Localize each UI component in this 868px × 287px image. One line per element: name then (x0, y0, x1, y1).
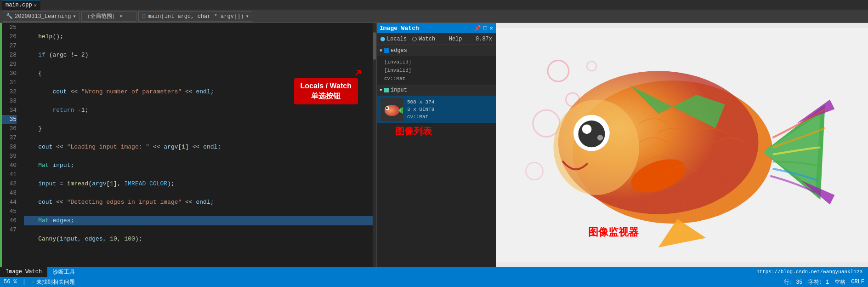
svg-point-24 (582, 124, 592, 134)
invalid-line1: [invalid] (384, 58, 492, 66)
tab-locals[interactable]: Locals (380, 36, 407, 42)
help-button[interactable]: Help (449, 36, 462, 42)
iw-title: Image Watch (380, 25, 419, 32)
code-content[interactable]: help(); if (argc != 2) { cout << "Wrong … (20, 23, 376, 267)
table-row: Mat input; (24, 161, 376, 170)
toolbar: 🔧 20200313_Learning ▾ （全局范围） ▾ ⬡ main(in… (0, 10, 868, 23)
position-label: 行: 35 (784, 278, 803, 286)
gutter-bar (0, 23, 2, 267)
chevron-down-icon: ▾ (119, 13, 123, 20)
function-name: main(int argc, char * argv[]) (148, 13, 244, 20)
error-text: 未找到相关问题 (36, 278, 75, 286)
group-input-header[interactable]: ▼ input (377, 85, 496, 96)
table-row: return -1; (24, 106, 376, 115)
chevron-down-icon: ▾ (73, 13, 76, 20)
table-row: cout << "Loading input image: " << argv[… (24, 143, 376, 152)
indent-label: 空格 (834, 278, 845, 286)
input-image-info: 508 x 374 3 x UINT8 cv::Mat (407, 98, 492, 121)
scope-selector[interactable]: （全局范围） ▾ (81, 11, 136, 22)
main-layout: 25 26 27 28 29 30 31 32 33 34 35 36 37 3… (0, 23, 868, 267)
annotation-image-list: 图像列表 (395, 125, 432, 138)
input-image-item[interactable]: 508 x 374 3 x UINT8 cv::Mat (377, 96, 496, 123)
fish-svg (496, 23, 868, 267)
tab-main-cpp[interactable]: main.cpp ✕ (2, 0, 40, 10)
iw-icons: 📌 □ ✕ (474, 25, 493, 32)
function-icon: ⬡ (142, 13, 146, 20)
table-row: cout << "Detecting edges in input image"… (24, 198, 376, 207)
zoom-label: 56 % (4, 279, 17, 285)
input-size: 508 x 374 (407, 98, 492, 106)
project-icon: 🔧 (6, 13, 13, 20)
zoom-level: 0.87x (476, 36, 492, 42)
status-left: 56 % | ✓ 未找到相关问题 (4, 278, 75, 286)
color-dot-edges (384, 48, 389, 53)
status-error: ✓ 未找到相关问题 (31, 278, 75, 286)
locals-label: Locals (387, 36, 407, 42)
expand-icon: ▼ (380, 48, 382, 53)
char-label: 字符: 1 (808, 278, 829, 286)
close-icon[interactable]: ✕ (490, 25, 493, 32)
annotation-area: 图像列表 (377, 123, 496, 142)
watch-label: Watch (419, 36, 435, 42)
table-row (24, 253, 376, 262)
function-selector[interactable]: ⬡ main(int argc, char * argv[]) ▾ (138, 11, 252, 22)
line-numbers: 25 26 27 28 29 30 31 32 33 34 35 36 37 3… (2, 23, 20, 267)
project-selector[interactable]: 🔧 20200313_Learning ▾ (3, 11, 79, 22)
input-type: cv::Mat (407, 113, 492, 121)
maximize-icon[interactable]: □ (484, 25, 487, 32)
tab-watch[interactable]: Watch (412, 36, 435, 42)
input-channels: 3 x UINT8 (407, 106, 492, 113)
close-icon[interactable]: ✕ (34, 2, 37, 8)
table-row: cout << "Wrong number of parameters" << … (24, 87, 376, 97)
scrollbar-thumb[interactable] (373, 32, 376, 60)
group-input: ▼ input (377, 85, 496, 123)
iw-image-list: ▼ edges [invalid] [invalid] cv::Mat ▼ in… (377, 45, 496, 267)
invalid-line3: cv::Mat (384, 75, 492, 83)
table-row: help(); (24, 32, 376, 41)
tab-bar: main.cpp ✕ (0, 0, 868, 10)
tab-label: main.cpp (6, 2, 32, 8)
svg-point-23 (578, 121, 605, 147)
input-thumbnail (380, 98, 403, 121)
group-edges: ▼ edges [invalid] [invalid] cv::Mat (377, 45, 496, 85)
url-label: https://blog.csdn.net/wangyuankl123 (751, 269, 868, 275)
group-edges-header[interactable]: ▼ edges (377, 45, 496, 56)
table-row: if (argc != 2) (24, 51, 376, 60)
iw-tabs-row: Locals Watch Help 0.87x (377, 33, 496, 45)
pin-icon[interactable]: 📌 (474, 25, 481, 32)
chevron-down-icon: ▾ (246, 13, 249, 20)
svg-point-25 (597, 135, 603, 140)
bottom-tab-imagewatch[interactable]: Image Watch (0, 267, 47, 277)
table-row: { (24, 69, 376, 78)
watch-radio[interactable] (412, 37, 417, 41)
status-right: 行: 35 字符: 1 空格 CRLF (784, 278, 864, 286)
table-row: input = imread(argv[1], IMREAD_COLOR); (24, 179, 376, 189)
iw-titlebar: Image Watch 📌 □ ✕ (377, 23, 496, 33)
locals-radio[interactable] (380, 37, 385, 41)
divider: | (23, 279, 26, 285)
scope-name: （全局范围） (85, 12, 118, 20)
editor-scrollbar[interactable] (373, 23, 376, 267)
bottom-tab-diagnostic[interactable]: 诊断工具 (47, 267, 80, 277)
code-editor[interactable]: 25 26 27 28 29 30 31 32 33 34 35 36 37 3… (0, 23, 377, 267)
group-input-label: input (391, 87, 407, 93)
annotation-image-viewer: 图像监视器 (588, 225, 639, 239)
project-name: 20200313_Learning (15, 13, 71, 20)
fish-thumbnail-svg (381, 98, 403, 121)
color-dot-input (384, 88, 389, 92)
check-icon: ✓ (31, 279, 34, 286)
table-row: } (24, 124, 376, 133)
edges-invalid-info: [invalid] [invalid] cv::Mat (377, 56, 496, 85)
table-row: Canny(input, edges, 10, 100); (24, 235, 376, 244)
image-viewer: 图像监视器 (496, 23, 868, 267)
table-row: Mat edges; (24, 216, 376, 225)
code-lines: 25 26 27 28 29 30 31 32 33 34 35 36 37 3… (0, 23, 376, 267)
invalid-line2: [invalid] (384, 66, 492, 75)
group-edges-label: edges (391, 47, 407, 54)
bottom-bar: Image Watch 诊断工具 https://blog.csdn.net/w… (0, 267, 868, 277)
svg-point-5 (386, 107, 388, 109)
image-watch-panel: Image Watch 📌 □ ✕ Locals Watch Help 0.87… (377, 23, 496, 267)
line-ending-label: CRLF (851, 279, 864, 285)
status-bar: 56 % | ✓ 未找到相关问题 行: 35 字符: 1 空格 CRLF (0, 277, 868, 287)
expand-icon: ▼ (380, 88, 382, 93)
